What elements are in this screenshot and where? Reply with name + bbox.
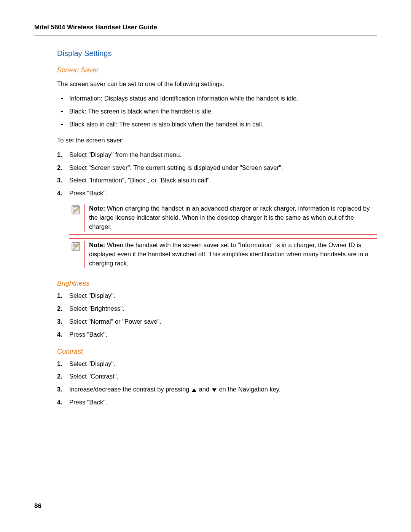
note-body: When the handset with the screen saver s… — [89, 241, 368, 267]
list-item: Black: The screen is black when the hand… — [57, 107, 377, 116]
list-item: Select "Information", "Black", or "Black… — [57, 176, 377, 185]
nav-up-icon — [192, 388, 196, 392]
list-item: Press "Back". — [57, 330, 377, 339]
note-text: Note: When charging the handset in an ad… — [84, 204, 377, 232]
brightness-steps: Select "Display". Select "Brightness". S… — [57, 291, 377, 339]
list-item: Select "Normal" or "Power save". — [57, 317, 377, 326]
contrast-body: Select "Display". Select "Contrast". Inc… — [57, 359, 377, 407]
list-item: Increase/decrease the contrast by pressi… — [57, 385, 377, 394]
note-block: Note: When charging the handset in an ad… — [69, 202, 377, 235]
note-body: When charging the handset in an advanced… — [89, 205, 370, 230]
list-item: Information: Displays status and identif… — [57, 94, 377, 103]
list-item: Select "Display". — [57, 291, 377, 300]
running-header: Mitel 5604 Wireless Handset User Guide — [34, 24, 377, 35]
screen-saver-bullets: Information: Displays status and identif… — [57, 94, 377, 129]
heading-display-settings: Display Settings — [57, 49, 377, 58]
page-number: 86 — [34, 502, 41, 510]
to-set-intro: To set the screen saver: — [57, 136, 377, 145]
list-item: Select "Display". — [57, 359, 377, 369]
list-item: Press "Back". — [57, 398, 377, 407]
screen-saver-body: The screen saver can be set to one of th… — [57, 80, 377, 271]
heading-brightness: Brightness — [57, 280, 377, 288]
brightness-body: Select "Display". Select "Brightness". S… — [57, 291, 377, 339]
screen-saver-steps: Select "Display" from the handset menu. … — [57, 150, 377, 198]
heading-screen-saver: Screen Saver — [57, 66, 377, 74]
screen-saver-intro: The screen saver can be set to one of th… — [57, 80, 377, 89]
list-item: Select "Display" from the handset menu. — [57, 150, 377, 160]
list-item: Press "Back". — [57, 189, 377, 198]
note-icon — [71, 241, 81, 251]
heading-contrast: Contrast — [57, 348, 377, 356]
note-text: Note: When the handset with the screen s… — [84, 241, 377, 268]
list-item: Select "Brightness". — [57, 304, 377, 313]
nav-down-icon — [212, 388, 217, 392]
note-icon — [71, 205, 81, 215]
note-label: Note: — [89, 205, 105, 212]
list-item: Black also in call: The screen is also b… — [57, 120, 377, 129]
note-label: Note: — [89, 241, 105, 248]
note-block: Note: When the handset with the screen s… — [69, 238, 377, 271]
page: Mitel 5604 Wireless Handset User Guide D… — [0, 0, 411, 532]
list-item: Select "Contrast". — [57, 372, 377, 381]
contrast-steps: Select "Display". Select "Contrast". Inc… — [57, 359, 377, 407]
list-item: Select "Screen saver". The current setti… — [57, 163, 377, 173]
